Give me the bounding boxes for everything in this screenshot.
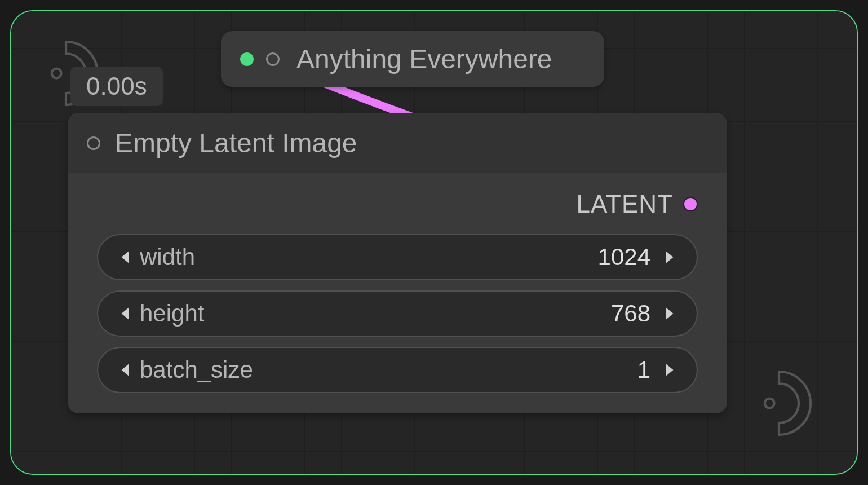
output-row-latent: LATENT	[97, 190, 698, 218]
increment-button[interactable]	[658, 306, 681, 321]
widget-value[interactable]: 1024	[598, 244, 650, 271]
decrement-button[interactable]	[114, 363, 136, 377]
widget-value[interactable]: 768	[611, 300, 650, 327]
widget-label: batch_size	[140, 356, 253, 383]
app-frame: 0.00s Anything Everywhere Empty Latent I…	[10, 10, 858, 475]
node-title: Anything Everywhere	[296, 43, 552, 74]
node-title: Empty Latent Image	[115, 127, 357, 158]
widget-batch-size[interactable]: batch_size 1	[97, 347, 698, 393]
widget-height[interactable]: height 768	[97, 290, 698, 337]
decrement-button[interactable]	[114, 250, 136, 264]
collapse-toggle-icon[interactable]	[87, 136, 100, 150]
widget-width[interactable]: width 1024	[97, 234, 698, 280]
output-port-latent[interactable]	[683, 197, 698, 211]
widget-label: height	[140, 300, 204, 327]
node-body: LATENT width 1024 height	[68, 173, 727, 413]
increment-button[interactable]	[658, 363, 681, 377]
timer-value: 0.00s	[86, 72, 147, 100]
increment-button[interactable]	[658, 250, 681, 264]
node-anything-everywhere[interactable]: Anything Everywhere	[221, 31, 604, 87]
output-label: LATENT	[577, 190, 673, 218]
execution-timer: 0.00s	[70, 67, 163, 106]
node-header[interactable]: Empty Latent Image	[68, 113, 727, 173]
widget-value[interactable]: 1	[637, 356, 650, 383]
input-port-empty[interactable]	[266, 52, 280, 66]
node-empty-latent-image[interactable]: Empty Latent Image LATENT width 1024	[68, 113, 727, 413]
decrement-button[interactable]	[114, 306, 136, 321]
input-port-connected[interactable]	[240, 52, 254, 66]
widget-label: width	[140, 244, 195, 271]
